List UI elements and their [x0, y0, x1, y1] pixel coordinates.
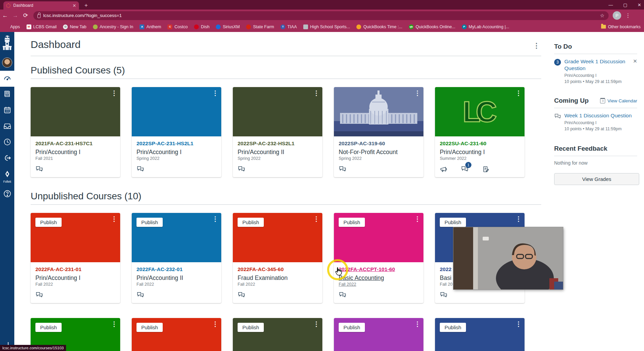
- course-code-link[interactable]: 2022FA-AC-345-60: [238, 266, 284, 272]
- course-card-2022fa-ac-231-01[interactable]: Publish⋮2022FA-AC-231-01Prin/Accounting …: [31, 213, 120, 303]
- course-code-link[interactable]: 2021FA-AC-231-HS7C1: [35, 140, 93, 146]
- publish-button[interactable]: Publish: [136, 323, 163, 332]
- course-code-link[interactable]: 2022: [440, 266, 451, 272]
- discussions-icon[interactable]: [339, 165, 347, 173]
- window-minimize-icon[interactable]: —: [609, 2, 613, 7]
- url-bar[interactable]: lcsc.instructure.com/?login_success=1 ☆: [33, 11, 609, 20]
- sidebar-item-calendar[interactable]: [0, 103, 14, 119]
- discussions-icon[interactable]: [136, 291, 144, 299]
- sidebar-item-follett[interactable]: Follett: [0, 167, 14, 186]
- course-code-link[interactable]: 2022SP-AC-319-60: [339, 140, 385, 146]
- coming-item-link[interactable]: Week 1 Discussion Question: [564, 112, 636, 119]
- sidebar-item-account[interactable]: [0, 54, 14, 71]
- discussions-icon[interactable]: [440, 291, 448, 299]
- bookmark-high-school-sports[interactable]: High School Sports...: [303, 24, 350, 29]
- publish-button[interactable]: Publish: [339, 323, 365, 332]
- sidebar-item-dashboard[interactable]: [0, 71, 14, 87]
- publish-button[interactable]: Publish: [136, 218, 163, 227]
- bookmark-ancestry-sign-in[interactable]: Ancestry - Sign In: [93, 24, 133, 29]
- card-options-icon[interactable]: ⋮: [515, 89, 522, 97]
- card-options-icon[interactable]: ⋮: [414, 215, 421, 223]
- bookmark-lcbs-gmail[interactable]: MLCBS Gmail: [27, 24, 57, 29]
- other-bookmarks-button[interactable]: Other bookmarks: [601, 24, 641, 29]
- publish-button[interactable]: Publish: [238, 218, 264, 227]
- bookmark-anthem[interactable]: AAnthem: [140, 24, 161, 29]
- course-card-2022fa-ac-345-60[interactable]: Publish⋮2022FA-AC-345-60Fraud Examinatio…: [233, 213, 322, 303]
- discussions-icon[interactable]: [136, 165, 144, 173]
- discussions-icon[interactable]: [238, 291, 245, 299]
- course-card-2022sp-ac-231-hs2l1[interactable]: ⋮2022SP-AC-231-HS2L1Prin/Accounting ISpr…: [132, 87, 221, 177]
- card-options-icon[interactable]: ⋮: [515, 215, 522, 223]
- card-options-icon[interactable]: ⋮: [111, 89, 117, 97]
- publish-button[interactable]: Publish: [440, 218, 466, 227]
- course-card-2022fa-ac-232-01[interactable]: Publish⋮2022FA-AC-232-01Prin/Accounting …: [132, 213, 221, 303]
- bookmark-apps[interactable]: Apps: [3, 24, 20, 29]
- publish-button[interactable]: Publish: [339, 218, 365, 227]
- window-maximize-icon[interactable]: ▢: [623, 2, 627, 7]
- card-options-icon[interactable]: ⋮: [313, 89, 320, 97]
- course-card-2021fa-ac-231-hs7c1[interactable]: ⋮2021FA-AC-231-HS7C1Prin/Accounting IFal…: [31, 87, 120, 177]
- sidebar-item-inbox[interactable]: [0, 119, 14, 135]
- card-options-icon[interactable]: ⋮: [212, 215, 219, 223]
- bookmark-star-icon[interactable]: ☆: [600, 13, 605, 19]
- assignment-icon[interactable]: [482, 165, 490, 173]
- bookmark-tiaa[interactable]: TTIAA: [280, 24, 297, 29]
- view-grades-button[interactable]: View Grades: [554, 173, 639, 185]
- course-code-link[interactable]: 2022SP-AC-231-HS2L1: [136, 140, 193, 146]
- announcement-icon[interactable]: [440, 165, 448, 173]
- dashboard-options-icon[interactable]: ⋮: [533, 41, 540, 50]
- bookmark-dish[interactable]: Dish: [194, 24, 209, 29]
- bookmark-new-tab[interactable]: GNew Tab: [63, 24, 86, 29]
- course-card-unnamed[interactable]: Publish⋮: [334, 318, 423, 351]
- back-icon[interactable]: ←: [0, 12, 10, 19]
- bookmark-siriusxm[interactable]: SiriusXM: [216, 24, 240, 29]
- browser-tab-dashboard[interactable]: Dashboard ✕: [3, 1, 79, 10]
- bookmark-quickbooks-online[interactable]: qbQuickBooks Online...: [409, 24, 455, 29]
- discussions-icon[interactable]: [238, 165, 245, 173]
- profile-avatar[interactable]: P: [613, 11, 621, 20]
- todo-item-link[interactable]: Grade Week 1 Discussion Question: [564, 58, 629, 72]
- course-code-link[interactable]: 2022FA-AC-232-01: [136, 266, 182, 272]
- bookmark-costco[interactable]: CCostco: [167, 24, 188, 29]
- card-options-icon[interactable]: ⋮: [212, 320, 219, 328]
- publish-button[interactable]: Publish: [35, 323, 62, 332]
- course-card-unnamed[interactable]: Publish⋮: [435, 318, 525, 351]
- card-options-icon[interactable]: ⋮: [212, 89, 219, 97]
- window-close-icon[interactable]: ✕: [638, 2, 641, 7]
- course-card-2022fa-accpt-101-60[interactable]: Publish⋮2022FA-ACCPT-101-60Basic Account…: [334, 213, 423, 303]
- bookmark-mylab-accounting[interactable]: PMyLab Accounting |...: [462, 24, 509, 29]
- sidebar-item-help[interactable]: [0, 186, 14, 202]
- card-options-icon[interactable]: ⋮: [414, 89, 421, 97]
- course-code-link[interactable]: 2022FA-AC-231-01: [35, 266, 81, 272]
- sidebar-item-logout[interactable]: [0, 151, 14, 167]
- bookmark-state-farm[interactable]: State Farm: [246, 24, 274, 29]
- sidebar-item-lcsc-logo[interactable]: [0, 32, 14, 54]
- course-card-unnamed[interactable]: Publish⋮: [132, 318, 221, 351]
- course-code-link[interactable]: 2022SP-AC-232-HS2L1: [238, 140, 294, 146]
- sidebar-item-courses[interactable]: [0, 87, 14, 103]
- publish-button[interactable]: Publish: [35, 218, 62, 227]
- course-card-2022sp-ac-319-60[interactable]: ⋮2022SP-AC-319-60Not-For-Profit AccountS…: [334, 87, 423, 177]
- forward-icon[interactable]: →: [10, 12, 20, 19]
- discussions-icon[interactable]: 1: [461, 165, 469, 173]
- sidebar-item-history[interactable]: [0, 135, 14, 151]
- card-options-icon[interactable]: ⋮: [111, 320, 117, 328]
- course-card-2022su-ac-231-60[interactable]: LC⋮2022SU-AC-231-60Prin/Accounting ISumm…: [435, 87, 525, 177]
- course-card-2022sp-ac-232-hs2l1[interactable]: ⋮2022SP-AC-232-HS2L1Prin/Accounting IISp…: [233, 87, 322, 177]
- tab-close-icon[interactable]: ✕: [73, 3, 76, 8]
- card-options-icon[interactable]: ⋮: [111, 215, 117, 223]
- discussions-icon[interactable]: [339, 291, 347, 299]
- card-options-icon[interactable]: ⋮: [313, 215, 320, 223]
- new-tab-button[interactable]: +: [84, 2, 88, 9]
- card-options-icon[interactable]: ⋮: [313, 320, 320, 328]
- view-calendar-link[interactable]: View Calendar: [607, 98, 637, 103]
- card-options-icon[interactable]: ⋮: [515, 320, 522, 328]
- browser-menu-icon[interactable]: ⋮: [625, 12, 631, 19]
- discussions-icon[interactable]: [35, 165, 43, 173]
- reload-icon[interactable]: ⟳: [20, 12, 31, 19]
- course-code-link[interactable]: 2022SU-AC-231-60: [440, 140, 486, 146]
- publish-button[interactable]: Publish: [440, 323, 466, 332]
- discussions-icon[interactable]: [35, 291, 43, 299]
- todo-dismiss-icon[interactable]: ✕: [633, 58, 637, 64]
- bookmark-quickbooks-time[interactable]: QuickBooks Time :...: [356, 24, 402, 29]
